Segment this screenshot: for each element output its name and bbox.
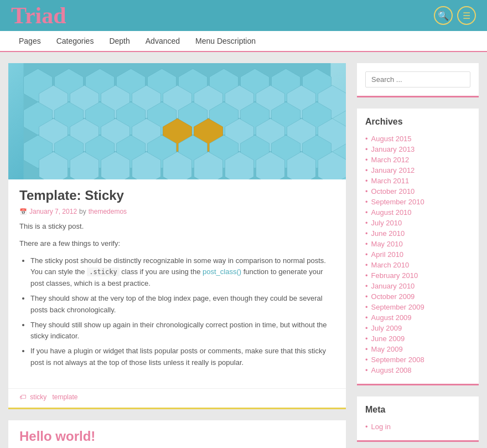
search-icon-button[interactable]: 🔍 [434, 6, 453, 25]
nav-item-depth[interactable]: Depth [101, 30, 137, 52]
nav-item-menu-description[interactable]: Menu Description [188, 30, 263, 52]
page-wrapper: Template: Sticky 📅 January 7, 2012 by th… [0, 52, 487, 448]
archive-link[interactable]: June 2009 [371, 334, 405, 343]
list-item: August 2008 [365, 365, 470, 375]
featured-image [8, 63, 346, 179]
list-item: October 2010 [365, 186, 470, 197]
list-item: March 2011 [365, 176, 470, 186]
post-author-sticky[interactable]: themedemos [89, 208, 127, 215]
menu-icon-button[interactable]: ☰ [457, 6, 476, 25]
archive-link[interactable]: March 2011 [371, 177, 410, 185]
nav-item-pages[interactable]: Pages [11, 30, 49, 52]
archive-link[interactable]: March 2010 [371, 261, 410, 269]
archive-link[interactable]: March 2012 [371, 156, 410, 164]
list-item: August 2010 [365, 207, 470, 218]
list-item: January 2013 [365, 144, 470, 155]
archive-link[interactable]: August 2010 [371, 208, 412, 217]
archives-title: Archives [365, 117, 470, 127]
list-item: January 2010 [365, 281, 470, 291]
post-date-sticky[interactable]: January 7, 2012 [29, 208, 77, 215]
meta-widget: Meta Log in [357, 396, 479, 442]
post-intro-sticky: This is a sticky post. [19, 221, 335, 233]
list-item: If you have a plugin or widget that list… [30, 346, 335, 369]
archive-link[interactable]: June 2010 [371, 229, 405, 238]
login-link[interactable]: Log in [371, 423, 391, 431]
site-title: Triad [11, 4, 66, 27]
archive-link[interactable]: October 2009 [371, 292, 415, 301]
list-item: September 2008 [365, 354, 470, 365]
archive-link[interactable]: September 2008 [371, 356, 424, 364]
archive-link[interactable]: October 2010 [371, 187, 415, 195]
archive-link[interactable]: January 2010 [371, 282, 415, 290]
nav-item-advanced[interactable]: Advanced [138, 30, 188, 52]
post-title-sticky: Template: Sticky [19, 188, 335, 203]
archive-list: August 2015 January 2013 March 2012 Janu… [365, 133, 470, 375]
archive-link[interactable]: May 2009 [371, 345, 403, 353]
list-item: The sticky post should be distinctly rec… [30, 255, 335, 290]
search-icon: 🔍 [438, 11, 449, 21]
archive-link[interactable]: August 2008 [371, 366, 412, 374]
list-item: March 2012 [365, 155, 470, 165]
search-widget [357, 63, 479, 97]
site-header: Triad 🔍 ☰ [0, 0, 487, 31]
sticky-post: Template: Sticky 📅 January 7, 2012 by th… [8, 63, 346, 409]
list-item: March 2010 [365, 260, 470, 270]
hex-image [8, 63, 346, 179]
meta-list: Log in [365, 421, 470, 432]
list-item: June 2010 [365, 228, 470, 239]
menu-icon: ☰ [463, 11, 470, 21]
list-item: Log in [365, 421, 470, 432]
archive-link[interactable]: July 2009 [371, 324, 402, 332]
list-item: They should show at the very top of the … [30, 293, 335, 316]
tag-icon: 🏷 [19, 393, 26, 401]
archive-link[interactable]: September 2010 [371, 198, 424, 206]
archive-link[interactable]: August 2015 [371, 135, 412, 143]
nav-item-categories[interactable]: Categories [49, 30, 102, 52]
list-item: October 2009 [365, 291, 470, 302]
archives-widget: Archives August 2015 January 2013 March … [357, 109, 479, 385]
archive-link[interactable]: May 2010 [371, 240, 403, 248]
post-body-hello: Hello world! 📅 August 10, 2015 by admin … [8, 420, 346, 448]
header-icons: 🔍 ☰ [434, 6, 476, 25]
archive-link[interactable]: January 2013 [371, 145, 415, 153]
post-subtext-sticky: There are a few things to verify: [19, 238, 335, 250]
archive-link[interactable]: July 2010 [371, 219, 402, 227]
list-item: They should still show up again in their… [30, 320, 335, 343]
list-item: June 2009 [365, 333, 470, 344]
code-sticky: .sticky [87, 267, 120, 276]
main-content: Template: Sticky 📅 January 7, 2012 by th… [8, 63, 346, 448]
list-item: July 2010 [365, 218, 470, 228]
list-item: September 2009 [365, 302, 470, 312]
sidebar: Archives August 2015 January 2013 March … [357, 63, 479, 448]
list-item: August 2009 [365, 312, 470, 323]
archive-link[interactable]: August 2009 [371, 313, 412, 322]
list-item: May 2010 [365, 239, 470, 249]
post-title-hello: Hello world! [19, 429, 335, 444]
search-input[interactable] [365, 71, 470, 87]
archive-link[interactable]: April 2010 [371, 250, 404, 259]
post-class-link[interactable]: post_class() [203, 267, 241, 276]
post-body-sticky: Template: Sticky 📅 January 7, 2012 by th… [8, 179, 346, 383]
hello-world-post: Hello world! 📅 August 10, 2015 by admin … [8, 420, 346, 448]
archive-link[interactable]: September 2009 [371, 303, 424, 311]
tag-sticky[interactable]: sticky [30, 393, 46, 401]
post-tags-sticky: 🏷 sticky template [8, 388, 346, 408]
list-item: February 2010 [365, 270, 470, 281]
list-item: August 2015 [365, 133, 470, 144]
list-item: January 2012 [365, 165, 470, 176]
meta-title: Meta [365, 405, 470, 415]
list-item: May 2009 [365, 344, 470, 354]
post-bullet-list: The sticky post should be distinctly rec… [30, 255, 335, 369]
post-meta-sticky: 📅 January 7, 2012 by themedemos [19, 208, 335, 215]
archive-link[interactable]: February 2010 [371, 271, 418, 280]
archive-link[interactable]: January 2012 [371, 166, 415, 174]
list-item: September 2010 [365, 197, 470, 207]
list-item: July 2009 [365, 323, 470, 333]
main-nav: Pages Categories Depth Advanced Menu Des… [0, 31, 487, 52]
list-item: April 2010 [365, 249, 470, 260]
calendar-icon: 📅 [19, 208, 27, 215]
tag-template[interactable]: template [52, 393, 77, 401]
